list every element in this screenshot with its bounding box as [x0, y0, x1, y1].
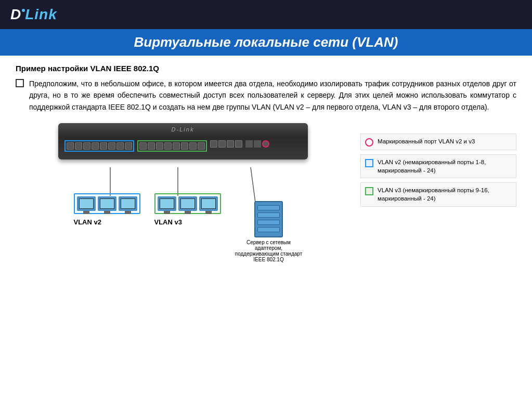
svg-line-2: [251, 167, 256, 206]
port-5: [100, 142, 107, 150]
legend-blue-rect-icon: [365, 159, 373, 167]
port-4: [92, 142, 99, 150]
port-19: [227, 140, 234, 148]
port-11: [156, 142, 163, 150]
monitor-screen-6: [201, 198, 216, 209]
monitor-screen-5: [180, 198, 195, 209]
monitor-3: [119, 196, 137, 211]
port-17: [210, 140, 217, 148]
port-2: [75, 142, 82, 150]
switch-brand-label: D-Link: [172, 126, 194, 132]
switch-container: D-Link: [58, 123, 308, 159]
legend-text-3: VLAN v3 (немаркированный порты 9-16, мар…: [378, 186, 512, 203]
tagged-port-group: [245, 140, 269, 152]
intro-text-block: Предположим, что в небольшом офисе, в ко…: [16, 78, 516, 113]
legend-green-rect-icon: [365, 187, 373, 195]
extra-port-group: [210, 140, 242, 152]
server-unit-1: [257, 205, 280, 210]
port-3: [83, 142, 90, 150]
legend-circle-icon: [365, 138, 373, 147]
vlan-v2-box: VLAN v2: [74, 193, 140, 226]
main-title: Виртуальные локальные сети (VLAN): [10, 34, 522, 50]
monitor-screen-4: [160, 198, 174, 209]
monitor-6: [199, 196, 218, 211]
port-8: [125, 142, 132, 150]
monitor-2: [98, 196, 116, 211]
monitor-screen-1: [79, 198, 94, 209]
legend-item-1: Маркированный порт VLAN v2 и v3: [360, 134, 516, 150]
port-22: [254, 140, 261, 148]
legend-item-2: VLAN v2 (немаркированный порты 1-8, марк…: [360, 154, 516, 178]
port-12: [164, 142, 172, 150]
legend-text-2: VLAN v2 (немаркированный порты 1-8, марк…: [378, 158, 512, 175]
port-6: [108, 142, 115, 150]
port-7: [116, 142, 124, 150]
header: DLink: [0, 0, 532, 29]
port-18: [218, 140, 226, 148]
vlan-v3-label: VLAN v3: [154, 218, 221, 226]
dlink-logo: DLink: [10, 6, 57, 23]
port-24-tagged: [262, 140, 269, 148]
monitor-screen-3: [121, 198, 135, 209]
port-21: [245, 140, 253, 148]
monitor-5: [178, 196, 197, 211]
vlan-v2-monitors: [77, 196, 137, 211]
port-9: [139, 142, 147, 150]
port-14: [181, 142, 188, 150]
intro-paragraph: Предположим, что в небольшом офисе, в ко…: [29, 78, 516, 113]
legend-text-1: Маркированный порт VLAN v2 и v3: [378, 137, 475, 145]
port-16: [198, 142, 205, 150]
server-unit-4: [257, 227, 280, 232]
blue-port-group: [64, 140, 134, 152]
port-15: [189, 142, 197, 150]
vlan-v3-box: VLAN v3: [154, 193, 221, 226]
server-unit-2: [257, 212, 280, 218]
server-label: Сервер с сетевым адаптером,поддерживающи…: [235, 240, 303, 262]
page: DLink Виртуальные локальные сети (VLAN) …: [0, 0, 532, 399]
diagram-left: D-Link: [16, 123, 350, 394]
monitor-screen-2: [100, 198, 114, 209]
legend-item-3: VLAN v3 (немаркированный порты 9-16, мар…: [360, 182, 516, 206]
checkbox-icon: [16, 79, 24, 87]
green-port-group: [137, 140, 207, 152]
vlan-v2-label: VLAN v2: [74, 218, 140, 226]
monitor-4: [158, 196, 176, 211]
server-unit-3: [257, 220, 280, 225]
monitor-1: [77, 196, 96, 211]
content: Пример настройки VLAN IEEE 802.1Q Предпо…: [0, 56, 532, 399]
port-20: [235, 140, 242, 148]
vlan-v2-border: [74, 193, 140, 214]
vlan-v3-border: [154, 193, 221, 214]
section-title: Пример настройки VLAN IEEE 802.1Q: [16, 64, 516, 73]
logo-text: DLink: [10, 6, 57, 23]
port-10: [148, 142, 155, 150]
title-bar: Виртуальные локальные сети (VLAN): [0, 29, 532, 56]
switch-body: D-Link: [58, 123, 308, 159]
server-box: [254, 201, 283, 237]
port-13: [173, 142, 180, 150]
server-area: Сервер с сетевым адаптером,поддерживающи…: [235, 201, 303, 262]
port-1: [67, 142, 74, 150]
logo-d-part: D: [10, 6, 21, 22]
port-group-blue: [64, 140, 269, 152]
logo-link-part: Link: [25, 6, 57, 22]
vlan-v3-monitors: [158, 196, 218, 211]
diagram-lower: VLAN v2 VLAN v3: [58, 165, 308, 263]
diagram-area: D-Link: [16, 123, 516, 394]
diagram-legend: Маркированный порт VLAN v2 и v3 VLAN v2 …: [360, 123, 516, 394]
